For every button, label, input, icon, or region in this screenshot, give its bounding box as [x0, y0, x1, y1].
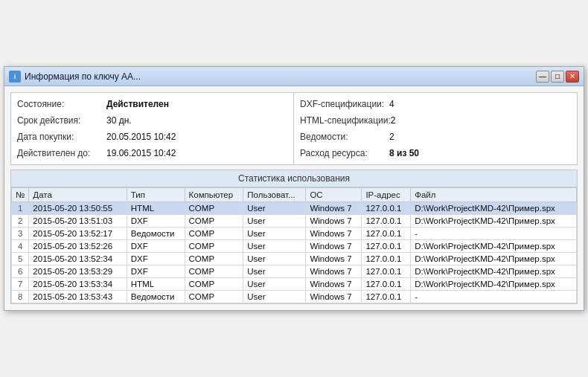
cell-3: COMP: [185, 215, 243, 228]
cell-3: COMP: [185, 291, 243, 303]
cell-6: 127.0.0.1: [362, 265, 411, 278]
dxf-value: 4: [389, 97, 394, 111]
cell-0: 4: [12, 240, 29, 253]
table-row[interactable]: 32015-05-20 13:52:17ВедомостиCOMPUserWin…: [12, 228, 577, 240]
cell-1: 2015-05-20 13:53:43: [29, 291, 127, 303]
cell-6: 127.0.0.1: [362, 202, 411, 215]
table-row[interactable]: 12015-05-20 13:50:55HTMLCOMPUserWindows …: [12, 202, 577, 215]
window-content: Состояние: Действителен Срок действия: 3…: [4, 86, 584, 310]
close-button[interactable]: ✕: [566, 71, 579, 83]
cell-5: Windows 7: [306, 265, 362, 278]
stats-section: Статистика использования № Дата Тип Комп…: [10, 170, 578, 304]
cell-4: User: [243, 202, 306, 215]
cell-7: D:\Work\ProjectKMD-42\Пример.spx: [411, 278, 577, 291]
cell-3: COMP: [185, 228, 243, 240]
info-row-html: HTML-спецификации: 2: [300, 112, 571, 129]
cell-6: 127.0.0.1: [362, 228, 411, 240]
info-right-panel: DXF-спецификации: 4 HTML-спецификации: 2…: [294, 93, 577, 164]
cell-6: 127.0.0.1: [362, 278, 411, 291]
cell-2: DXF: [127, 253, 185, 265]
stats-header: Статистика использования: [11, 170, 577, 187]
cell-3: COMP: [185, 278, 243, 291]
cell-2: DXF: [127, 240, 185, 253]
info-left-panel: Состояние: Действителен Срок действия: 3…: [11, 93, 294, 164]
cell-4: User: [243, 265, 306, 278]
stats-table: № Дата Тип Компьютер Пользоват... ОС IP-…: [11, 187, 577, 303]
info-grid: Состояние: Действителен Срок действия: 3…: [10, 92, 578, 165]
title-buttons: — □ ✕: [536, 71, 579, 83]
cell-5: Windows 7: [306, 202, 362, 215]
main-window: i Информация по ключу AA... — □ ✕ Состоя…: [4, 66, 584, 311]
html-label: HTML-спецификации:: [300, 114, 391, 127]
table-row[interactable]: 72015-05-20 13:53:34HTMLCOMPUserWindows …: [12, 278, 577, 291]
cell-5: Windows 7: [306, 228, 362, 240]
cell-6: 127.0.0.1: [362, 253, 411, 265]
purchase-value: 20.05.2015 10:42: [106, 130, 176, 144]
cell-0: 6: [12, 265, 29, 278]
dxf-label: DXF-спецификации:: [300, 97, 389, 111]
col-computer: Компьютер: [185, 188, 243, 202]
cell-2: DXF: [127, 265, 185, 278]
cell-2: DXF: [127, 215, 185, 228]
cell-6: 127.0.0.1: [362, 291, 411, 303]
cell-7: -: [411, 291, 577, 303]
col-date: Дата: [29, 188, 127, 202]
cell-2: Ведомости: [127, 228, 185, 240]
cell-1: 2015-05-20 13:53:29: [29, 265, 127, 278]
stats-table-body: 12015-05-20 13:50:55HTMLCOMPUserWindows …: [12, 202, 577, 303]
minimize-button[interactable]: —: [536, 71, 549, 83]
info-row-dxf: DXF-спецификации: 4: [300, 96, 571, 112]
cell-5: Windows 7: [306, 278, 362, 291]
cell-7: D:\Work\ProjectKMD-42\Пример.spx: [411, 215, 577, 228]
table-wrapper[interactable]: № Дата Тип Компьютер Пользоват... ОС IP-…: [11, 187, 577, 303]
cell-5: Windows 7: [306, 240, 362, 253]
table-header-row: № Дата Тип Компьютер Пользоват... ОС IP-…: [12, 188, 577, 202]
cell-1: 2015-05-20 13:51:03: [29, 215, 127, 228]
info-row-valid-until: Действителен до: 19.06.2015 10:42: [17, 145, 287, 161]
vedomosti-value: 2: [389, 130, 394, 144]
cell-0: 5: [12, 253, 29, 265]
info-row-status: Состояние: Действителен: [17, 96, 287, 112]
cell-4: User: [243, 240, 306, 253]
cell-4: User: [243, 291, 306, 303]
col-os: ОС: [306, 188, 362, 202]
vedomosti-label: Ведомости:: [300, 130, 389, 144]
html-value: 2: [391, 114, 396, 127]
cell-4: User: [243, 278, 306, 291]
cell-7: D:\Work\ProjectKMD-42\Пример.spx: [411, 202, 577, 215]
col-file: Файл: [411, 188, 577, 202]
table-row[interactable]: 82015-05-20 13:53:43ВедомостиCOMPUserWin…: [12, 291, 577, 303]
status-label: Состояние:: [17, 97, 106, 111]
cell-5: Windows 7: [306, 215, 362, 228]
col-ip: IP-адрес: [362, 188, 411, 202]
resource-label: Расход ресурса:: [300, 146, 389, 160]
cell-0: 1: [12, 202, 29, 215]
status-value: Действителен: [106, 97, 169, 111]
table-row[interactable]: 22015-05-20 13:51:03DXFCOMPUserWindows 7…: [12, 215, 577, 228]
cell-1: 2015-05-20 13:50:55: [29, 202, 127, 215]
resource-value: 8 из 50: [389, 146, 419, 160]
info-row-duration: Срок действия: 30 дн.: [17, 112, 287, 129]
cell-1: 2015-05-20 13:52:34: [29, 253, 127, 265]
cell-7: D:\Work\ProjectKMD-42\Пример.spx: [411, 265, 577, 278]
cell-3: COMP: [185, 265, 243, 278]
window-icon: i: [9, 71, 21, 83]
cell-7: D:\Work\ProjectKMD-42\Пример.spx: [411, 240, 577, 253]
cell-2: Ведомости: [127, 291, 185, 303]
table-row[interactable]: 52015-05-20 13:52:34DXFCOMPUserWindows 7…: [12, 253, 577, 265]
maximize-button[interactable]: □: [551, 71, 564, 83]
cell-2: HTML: [127, 202, 185, 215]
table-row[interactable]: 42015-05-20 13:52:26DXFCOMPUserWindows 7…: [12, 240, 577, 253]
table-row[interactable]: 62015-05-20 13:53:29DXFCOMPUserWindows 7…: [12, 265, 577, 278]
title-bar-left: i Информация по ключу AA...: [9, 71, 141, 83]
duration-label: Срок действия:: [17, 114, 106, 127]
cell-5: Windows 7: [306, 291, 362, 303]
cell-0: 8: [12, 291, 29, 303]
cell-2: HTML: [127, 278, 185, 291]
info-row-purchase: Дата покупки: 20.05.2015 10:42: [17, 129, 287, 145]
valid-until-value: 19.06.2015 10:42: [106, 146, 176, 160]
info-row-vedomosti: Ведомости: 2: [300, 129, 571, 145]
cell-3: COMP: [185, 253, 243, 265]
cell-0: 7: [12, 278, 29, 291]
title-bar: i Информация по ключу AA... — □ ✕: [4, 67, 584, 86]
